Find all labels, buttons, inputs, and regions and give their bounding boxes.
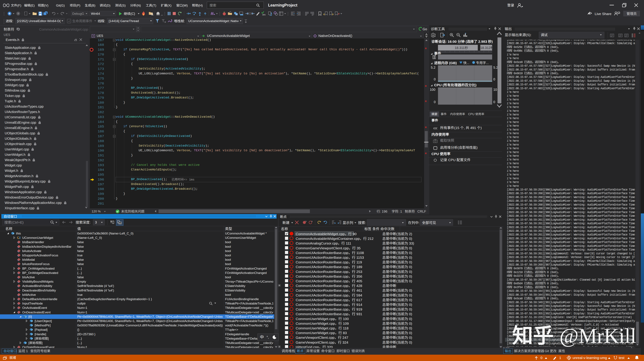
svg-text:?: ? xyxy=(465,32,466,35)
svg-text:ab: ab xyxy=(119,222,121,224)
svg-text:abc: abc xyxy=(262,13,266,16)
